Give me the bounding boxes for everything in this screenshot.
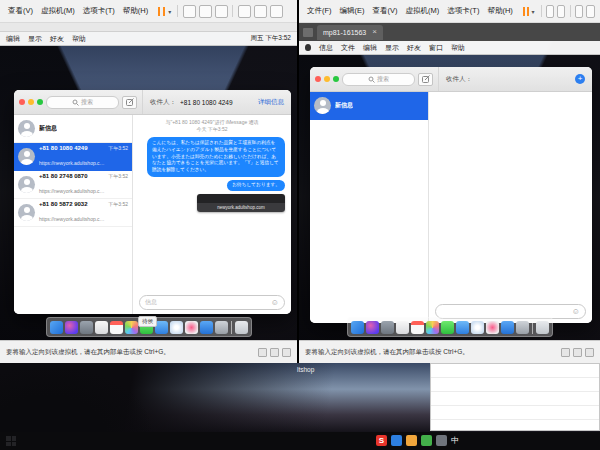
conversation-row[interactable]: +81 80 5872 9032 下午3:52 https://newyork.… (14, 199, 132, 227)
vm-toolbar-icon[interactable] (199, 5, 212, 18)
dock-icon-trash[interactable] (235, 321, 248, 334)
vm-suspend-icon[interactable] (523, 7, 529, 16)
conversation-time: 下午3:52 (108, 173, 128, 179)
sogou-input-icon[interactable]: S (376, 435, 387, 446)
macos-menu-view[interactable]: 显示 (385, 43, 399, 53)
dock-icon-siri[interactable] (65, 321, 78, 334)
chevron-down-icon[interactable]: ▾ (532, 8, 535, 15)
conversation-row[interactable]: 新信息 (310, 92, 428, 120)
macos-menu-help[interactable]: 帮助 (72, 34, 86, 44)
macos-menu-file[interactable]: 文件 (341, 43, 355, 53)
dock-icon-siri[interactable] (366, 321, 379, 334)
vm-toolbar-icon[interactable] (238, 5, 251, 18)
tray-icon[interactable] (436, 435, 447, 446)
dock-icon-finder[interactable] (351, 321, 364, 334)
vm-suspend-icon[interactable] (158, 7, 165, 16)
link-preview-card[interactable]: newyork.adultshop.com (197, 194, 285, 212)
minimize-window-button[interactable] (324, 76, 330, 82)
vm-toolbar-icon[interactable] (270, 5, 283, 18)
vm-status-text: 要将输入定向到该虚拟机，请在其内部单击或按 Ctrl+G。 (6, 348, 255, 357)
add-contact-button[interactable]: + (575, 74, 585, 84)
menu-tabs[interactable]: 选项卡(T) (79, 4, 119, 18)
tray-icon[interactable] (391, 435, 402, 446)
dock-icon-messages[interactable] (441, 321, 454, 334)
dock-icon-launchpad[interactable] (80, 321, 93, 334)
macos-menu-edit[interactable]: 编辑 (363, 43, 377, 53)
tray-icon[interactable] (406, 435, 417, 446)
dock-icon-photos[interactable] (426, 321, 439, 334)
dock-icon-mail[interactable] (456, 321, 469, 334)
dock-icon-photos[interactable] (125, 321, 138, 334)
menu-view[interactable]: 查看(V) (4, 4, 37, 18)
vm-toolbar-icon[interactable] (586, 5, 594, 18)
menu-file[interactable]: 文件(F) (303, 4, 336, 18)
menu-edit[interactable]: 编辑(E) (336, 4, 369, 18)
menu-vm[interactable]: 虚拟机(M) (37, 4, 79, 18)
vm-toolbar-icon[interactable] (546, 5, 554, 18)
dock-icon-safari[interactable] (471, 321, 484, 334)
details-button[interactable]: 详细信息 (258, 98, 284, 107)
dock-icon-contacts[interactable] (396, 321, 409, 334)
dock-icon-itunes[interactable] (185, 321, 198, 334)
ime-indicator[interactable]: 中 (451, 435, 459, 446)
dock-icon-itunes[interactable] (486, 321, 499, 334)
dock-icon-contacts[interactable] (95, 321, 108, 334)
menu-help[interactable]: 帮助(H) (483, 4, 516, 18)
conversation-preview: https://newyork.adultshop.c… (39, 216, 105, 222)
home-icon[interactable] (303, 28, 313, 37)
macos-menu-help[interactable]: 帮助 (451, 43, 465, 53)
dock-icon-calendar[interactable] (411, 321, 424, 334)
macos-menu-edit[interactable]: 编辑 (6, 34, 20, 44)
compose-button[interactable] (418, 73, 433, 86)
link-preview-image (197, 194, 285, 203)
search-input[interactable]: 搜索 (46, 96, 119, 109)
menu-help[interactable]: 帮助(H) (119, 4, 152, 18)
dock-icon-app-store[interactable] (200, 321, 213, 334)
conversation-row[interactable]: +81 80 1080 4249 下午3:52 https://newyork.… (14, 143, 132, 171)
vm-tab[interactable]: mp81-161563 × (317, 25, 383, 40)
emoji-picker-icon[interactable]: ☺ (572, 308, 580, 316)
macos-menu-messages[interactable]: 信息 (319, 43, 333, 53)
conversation-name: +81 80 2748 0870 (39, 173, 88, 179)
menu-view[interactable]: 查看(V) (369, 4, 402, 18)
chevron-down-icon[interactable]: ▾ (168, 8, 171, 15)
zoom-window-button[interactable] (37, 99, 43, 105)
vm-toolbar-icon[interactable] (557, 5, 565, 18)
left-macos-menubar: 编辑 显示 好友 帮助 周五 下午3:52 (0, 32, 297, 46)
menu-vm[interactable]: 虚拟机(M) (402, 4, 444, 18)
dock-icon-finder[interactable] (50, 321, 63, 334)
conversation-row[interactable]: +81 80 2748 0870 下午3:52 https://newyork.… (14, 171, 132, 199)
conversation-row[interactable]: 新信息 (14, 115, 132, 143)
to-value[interactable]: +81 80 1080 4249 (180, 99, 254, 106)
message-input[interactable]: 信息 ☺ (139, 295, 285, 310)
menu-tabs[interactable]: 选项卡(T) (443, 4, 483, 18)
background-window[interactable] (430, 363, 600, 431)
dock-icon-launchpad[interactable] (381, 321, 394, 334)
dock-icon-safari[interactable] (170, 321, 183, 334)
vm-toolbar-icon[interactable] (215, 5, 228, 18)
macos-menu-view[interactable]: 显示 (28, 34, 42, 44)
dock-icon-app-store[interactable] (501, 321, 514, 334)
search-input[interactable]: 搜索 (342, 73, 415, 86)
tray-icon[interactable] (421, 435, 432, 446)
emoji-picker-icon[interactable]: ☺ (271, 299, 279, 307)
start-button[interactable] (6, 436, 16, 446)
to-label: 收件人： (446, 75, 472, 84)
close-icon[interactable]: × (372, 28, 377, 36)
macos-menu-window[interactable]: 窗口 (429, 43, 443, 53)
minimize-window-button[interactable] (28, 99, 34, 105)
dock-icon-trash[interactable] (536, 321, 549, 334)
vm-toolbar-icon[interactable] (254, 5, 267, 18)
vm-toolbar-icon[interactable] (183, 5, 196, 18)
zoom-window-button[interactable] (333, 76, 339, 82)
close-window-button[interactable] (19, 99, 25, 105)
compose-button[interactable] (122, 96, 137, 109)
dock-icon-system-preferences[interactable] (215, 321, 228, 334)
close-window-button[interactable] (315, 76, 321, 82)
dock-icon-calendar[interactable] (110, 321, 123, 334)
dock-icon-system-preferences[interactable] (516, 321, 529, 334)
apple-menu-icon[interactable] (305, 44, 311, 51)
macos-menu-buddies[interactable]: 好友 (50, 34, 64, 44)
vm-toolbar-icon[interactable] (575, 5, 583, 18)
macos-menu-buddies[interactable]: 好友 (407, 43, 421, 53)
